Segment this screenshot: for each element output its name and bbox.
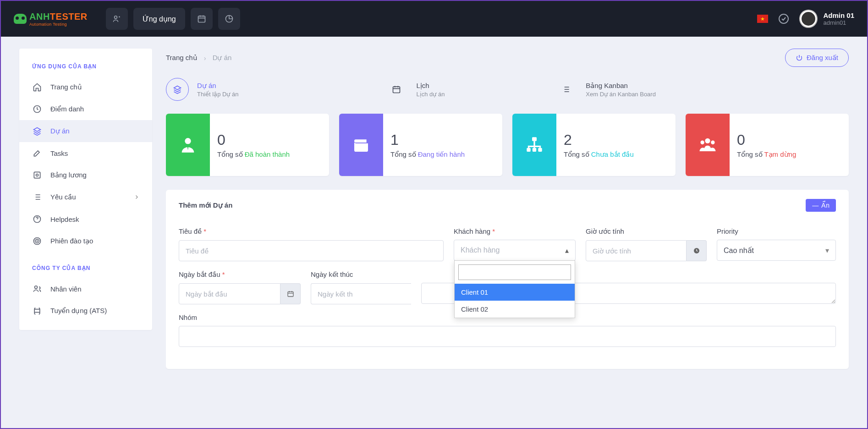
sidebar-item-label: Trang chủ: [50, 83, 82, 91]
sidebar-item-label: Dự án: [50, 127, 70, 135]
tab-navigation: Dự án Thiết lập Dự án Lịch Lịch dự án Bả…: [166, 78, 849, 101]
calendar-icon: [385, 78, 408, 101]
caret-down-icon: ▾: [825, 246, 829, 255]
stats-row: 0 Tổng số Đã hoàn thành 1 Tổng số Đang t…: [166, 114, 849, 176]
header-left: ANHTESTER Automation Testing Ứng dụng: [14, 8, 240, 30]
user-name: Admin 01: [823, 11, 854, 19]
priority-label: Priority: [717, 227, 836, 235]
stat-label: Tổng số Đang tiến hành: [390, 150, 495, 159]
sidebar-item-label: Tuyển dụng (ATS): [50, 307, 107, 315]
check-circle-icon[interactable]: [778, 13, 789, 24]
hours-input[interactable]: [586, 240, 687, 261]
stat-label: Tổng số Chưa bắt đầu: [564, 150, 668, 159]
tab-subtitle: Xem Dự án Kanban Board: [586, 91, 656, 98]
kanban-icon: [555, 78, 577, 101]
svg-point-0: [114, 16, 117, 19]
sidebar-item-attendance[interactable]: Điểm danh: [19, 98, 152, 120]
tab-projects[interactable]: Dự án Thiết lập Dự án: [166, 78, 238, 101]
svg-point-19: [700, 141, 704, 144]
client-option[interactable]: Client 01: [455, 284, 575, 301]
tab-title: Dự án: [197, 82, 238, 90]
stat-label: Tổng số Tạm dừng: [737, 150, 841, 159]
breadcrumb-current: Dự án: [213, 54, 232, 62]
client-dropdown: Client 01 Client 02: [454, 260, 575, 318]
caret-up-icon: ▴: [565, 246, 569, 255]
stat-completed: 0 Tổng số Đã hoàn thành: [166, 114, 329, 176]
breadcrumb-home[interactable]: Trang chủ: [166, 54, 198, 62]
sidebar-item-training[interactable]: Phiên đào tạo: [19, 230, 152, 252]
tab-kanban[interactable]: Bảng Kanban Xem Dự án Kanban Board: [555, 78, 656, 101]
people-icon-button[interactable]: [106, 8, 128, 30]
avatar: [799, 10, 818, 28]
sidebar-item-label: Tasks: [50, 149, 68, 157]
sidebar-item-home[interactable]: Trang chủ: [19, 76, 152, 98]
sidebar-item-requests[interactable]: Yêu cầu: [19, 186, 152, 208]
tab-title: Lịch: [416, 82, 445, 90]
flag-icon[interactable]: ★: [757, 15, 768, 23]
logo-subtext: Automation Testing: [29, 22, 88, 27]
sidebar: ỨNG DỤNG CỦA BẠN Trang chủ Điểm danh Dự …: [19, 49, 152, 330]
sidebar-item-label: Điểm danh: [50, 105, 84, 113]
chevron-right-icon: ›: [204, 54, 206, 62]
sidebar-item-helpdesk[interactable]: Helpdesk: [19, 208, 152, 230]
clock-icon: [32, 104, 42, 114]
app-header: ANHTESTER Automation Testing Ứng dụng ★ …: [1, 1, 867, 37]
sidebar-section-company: CÔNG TY CỦA BẠN: [19, 258, 152, 278]
layers-icon: [32, 126, 42, 136]
sidebar-item-payroll[interactable]: Bảng lương: [19, 164, 152, 186]
client-search-input[interactable]: [458, 264, 571, 280]
tab-title: Bảng Kanban: [586, 82, 656, 90]
briefcase-icon: [32, 306, 42, 315]
client-select[interactable]: Khách hàng ▴ Client 01 Client 02: [454, 240, 576, 261]
apps-button[interactable]: Ứng dụng: [133, 8, 185, 30]
tab-subtitle: Thiết lập Dự án: [197, 91, 238, 98]
startdate-input[interactable]: [179, 283, 280, 304]
calendar-icon[interactable]: [280, 283, 301, 304]
list-icon: [32, 192, 42, 202]
calendar-icon-button[interactable]: [191, 8, 213, 30]
title-input[interactable]: [179, 240, 444, 261]
hide-button[interactable]: —Ẩn: [806, 199, 836, 212]
chart-icon-button[interactable]: [218, 8, 240, 30]
sidebar-item-label: Bảng lương: [50, 171, 87, 179]
money-icon: [32, 170, 42, 180]
tab-calendar[interactable]: Lịch Lịch dự án: [385, 78, 445, 101]
sidebar-item-recruitment[interactable]: Tuyển dụng (ATS): [19, 300, 152, 322]
stat-notstarted: 2 Tổng số Chưa bắt đầu: [512, 114, 676, 176]
sidebar-item-employees[interactable]: Nhân viên: [19, 278, 152, 300]
stat-number: 2: [564, 132, 668, 148]
group-input[interactable]: [179, 326, 836, 347]
hours-label: Giờ ước tính: [586, 227, 707, 236]
logo-icon: [14, 14, 27, 24]
edit-icon: [32, 148, 42, 158]
home-icon: [32, 82, 42, 92]
sidebar-item-tasks[interactable]: Tasks: [19, 142, 152, 164]
people-group-icon: [686, 114, 730, 176]
client-option[interactable]: Client 02: [455, 301, 575, 318]
power-icon: [796, 54, 803, 61]
enddate-label: Ngày kết thúc: [311, 270, 411, 279]
startdate-label: Ngày bắt đầu *: [179, 270, 301, 279]
svg-rect-1: [198, 16, 205, 22]
sidebar-item-label: Phiên đào tạo: [50, 237, 93, 245]
user-menu[interactable]: Admin 01 admin01: [799, 10, 854, 28]
header-right: ★ Admin 01 admin01: [757, 10, 854, 28]
svg-rect-16: [533, 148, 536, 152]
sidebar-item-projects[interactable]: Dự án: [19, 120, 152, 142]
svg-rect-5: [34, 172, 40, 178]
sidebar-item-label: Nhân viên: [50, 285, 82, 293]
stat-paused: 0 Tổng số Tạm dừng: [686, 114, 849, 176]
stat-number: 1: [390, 132, 495, 148]
stat-number: 0: [217, 132, 322, 148]
stat-number: 0: [737, 132, 841, 148]
logo-text: ANHTESTER: [29, 11, 88, 22]
logo[interactable]: ANHTESTER Automation Testing: [14, 11, 88, 27]
svg-point-20: [711, 141, 714, 144]
priority-select[interactable]: Cao nhất ▾: [717, 240, 836, 261]
users-icon: [32, 284, 42, 293]
svg-point-13: [185, 138, 191, 144]
sitemap-icon: [512, 114, 556, 176]
logout-button[interactable]: Đăng xuất: [785, 49, 849, 67]
enddate-input[interactable]: [311, 283, 411, 304]
svg-point-3: [779, 14, 788, 23]
